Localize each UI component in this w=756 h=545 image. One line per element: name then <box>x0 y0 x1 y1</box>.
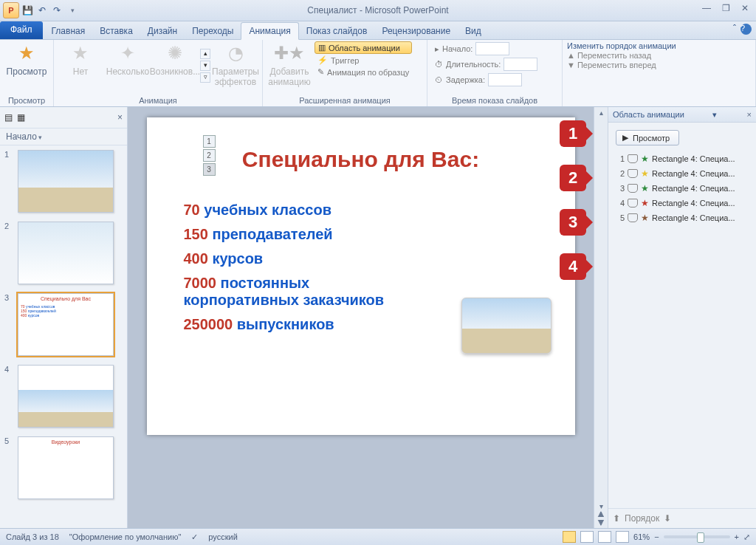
preview-button[interactable]: ★ Просмотр <box>4 41 49 77</box>
move-later-button[interactable]: ▼ Переместить вперед <box>567 61 676 69</box>
tab-animations[interactable]: Анимация <box>241 22 298 40</box>
slide-line[interactable]: 7000 постоянных корпоративных заказчиков <box>184 275 405 309</box>
prev-slide-icon[interactable]: ⯅ <box>597 510 605 518</box>
thumbnail-list[interactable]: 1 2 3 Специально для Вас 70 учебных клас… <box>0 145 127 528</box>
slide-line[interactable]: 400 курсов <box>184 250 538 267</box>
save-icon[interactable]: 💾 <box>21 4 34 17</box>
spellcheck-icon[interactable]: ✓ <box>191 532 198 542</box>
minimize-ribbon-icon[interactable]: ˆ <box>733 24 736 35</box>
trigger-icon: ⚡ <box>317 55 328 65</box>
preview-label: Просмотр <box>7 66 47 77</box>
scroll-up-icon[interactable]: ▴ <box>599 109 603 117</box>
window-controls: — ❐ ✕ <box>698 0 753 16</box>
scroll-down-icon[interactable]: ▾ <box>599 502 603 510</box>
duration-field[interactable]: ⏱ Длительность: <box>432 57 557 72</box>
slide-thumbnail[interactable] <box>18 150 114 213</box>
move-earlier-button[interactable]: ▲ Переместить назад <box>567 51 676 60</box>
zoom-out-icon[interactable]: − <box>654 532 659 541</box>
animation-item[interactable]: 3★Rectangle 4: Специа... <box>616 181 749 196</box>
slide-line[interactable]: 150 преподавателей <box>184 226 538 243</box>
help-icon[interactable]: ? <box>740 24 752 35</box>
animation-item[interactable]: 2★Rectangle 4: Специа... <box>616 166 749 181</box>
app-icon[interactable]: P <box>3 2 19 18</box>
restore-icon[interactable]: ❐ <box>718 0 734 16</box>
animation-item[interactable]: 1★Rectangle 4: Специа... <box>616 151 749 166</box>
effect-options-button[interactable]: ◔ Параметры эффектов <box>213 41 258 87</box>
delay-field[interactable]: ⏲ Задержка: <box>432 72 557 87</box>
trigger-button[interactable]: ⚡ Триггер <box>315 55 412 66</box>
zoom-level[interactable]: 61% <box>633 532 650 541</box>
tab-slideshow[interactable]: Показ слайдов <box>299 23 375 39</box>
animation-painter-button[interactable]: ✎ Анимация по образцу <box>315 66 412 78</box>
slideshow-view-button[interactable] <box>616 531 629 543</box>
gallery-more-icon[interactable]: ▿ <box>200 72 210 83</box>
slide-thumbnail[interactable] <box>18 365 114 428</box>
language-label[interactable]: русский <box>208 532 237 541</box>
start-field[interactable]: ▸ Начало: <box>432 41 557 56</box>
tab-review[interactable]: Рецензирование <box>374 23 458 39</box>
zoom-in-icon[interactable]: + <box>735 532 739 541</box>
animation-pane-button[interactable]: ▥ Область анимации <box>315 41 412 54</box>
tab-transitions[interactable]: Переходы <box>185 23 241 39</box>
slide-canvas[interactable]: 1 2 3 Специально для Вас: 70 учебных кла… <box>147 117 575 435</box>
start-input[interactable] <box>475 42 509 55</box>
slide-line[interactable]: 70 учебных классов <box>184 202 538 219</box>
reorder-header: Изменить порядок анимации <box>567 41 676 50</box>
delay-input[interactable] <box>488 73 522 86</box>
animation-item[interactable]: 4★Rectangle 4: Специа... <box>616 196 749 210</box>
anim-several[interactable]: ✦ Несколько <box>106 41 150 77</box>
tab-design[interactable]: Дизайн <box>140 23 185 39</box>
mouse-click-icon <box>628 154 638 163</box>
redo-icon[interactable]: ↷ <box>50 4 63 17</box>
slide-image[interactable] <box>461 298 551 354</box>
mouse-click-icon <box>628 213 638 222</box>
reorder-up-icon[interactable]: ⬆ <box>613 513 620 524</box>
outline-tab-icon[interactable]: ▤ <box>4 112 13 123</box>
file-tab[interactable]: Файл <box>0 21 43 39</box>
reorder-down-icon[interactable]: ⬇ <box>664 513 671 524</box>
section-header[interactable]: Начало <box>6 131 42 142</box>
animation-item-label: Rectangle 4: Специа... <box>652 184 735 193</box>
slides-tab-icon[interactable]: ▦ <box>17 112 25 123</box>
slide-thumbnail[interactable]: Видеоуроки <box>18 436 114 499</box>
slide-thumbnail[interactable] <box>18 222 114 284</box>
anim-none[interactable]: ★ Нет <box>58 41 103 77</box>
group-label: Анимация <box>58 95 258 106</box>
animation-list[interactable]: 1★Rectangle 4: Специа...2★Rectangle 4: С… <box>616 151 749 225</box>
gallery-up-icon[interactable]: ▴ <box>200 49 210 59</box>
vertical-scrollbar[interactable]: ▴ ▾ ⯅ ⯆ <box>594 107 608 528</box>
qat-menu-icon[interactable] <box>65 4 78 17</box>
effect-star-icon: ★ <box>641 168 649 179</box>
add-animation-button[interactable]: ✚★ Добавить анимацию <box>267 41 312 87</box>
normal-view-button[interactable] <box>563 531 576 543</box>
seq-tag[interactable]: 1 <box>203 135 216 148</box>
pane-close-icon[interactable]: × <box>745 110 752 119</box>
reading-view-button[interactable] <box>598 531 611 543</box>
sorter-view-button[interactable] <box>580 531 594 543</box>
callout-overlay: 1 2 3 4 <box>560 120 586 280</box>
duration-input[interactable] <box>504 58 537 71</box>
tab-view[interactable]: Вид <box>458 23 489 39</box>
minimize-icon[interactable]: — <box>698 0 715 16</box>
close-icon[interactable]: ✕ <box>737 0 753 16</box>
effect-options-icon: ◔ <box>224 41 247 65</box>
animation-item[interactable]: 5★Rectangle 4: Специа... <box>616 210 749 225</box>
play-button[interactable]: ▶ Просмотр <box>616 130 679 145</box>
slide-counter[interactable]: Слайд 3 из 18 <box>6 532 59 541</box>
seq-tag[interactable]: 3 <box>203 163 216 176</box>
panel-close-icon[interactable]: × <box>117 112 123 123</box>
gallery-down-icon[interactable]: ▾ <box>200 61 210 71</box>
slide-title[interactable]: Специально для Вас: <box>184 147 538 172</box>
next-slide-icon[interactable]: ⯆ <box>597 518 605 527</box>
seq-tag[interactable]: 2 <box>203 149 216 162</box>
slide-stage[interactable]: 1 2 3 Специально для Вас: 70 учебных кла… <box>128 107 594 528</box>
zoom-slider[interactable] <box>664 535 730 538</box>
tab-home[interactable]: Главная <box>44 23 93 39</box>
slide-thumbnail[interactable]: Специально для Вас 70 учебных классов 15… <box>18 293 114 356</box>
undo-icon[interactable]: ↶ <box>35 4 49 17</box>
callout-marker: 2 <box>560 165 586 191</box>
anim-appear[interactable]: ✺ Возникнов... <box>153 41 197 77</box>
pane-menu-icon[interactable]: ▾ <box>712 110 717 120</box>
tab-insert[interactable]: Вставка <box>92 23 140 39</box>
fit-window-icon[interactable]: ⤢ <box>743 532 750 542</box>
